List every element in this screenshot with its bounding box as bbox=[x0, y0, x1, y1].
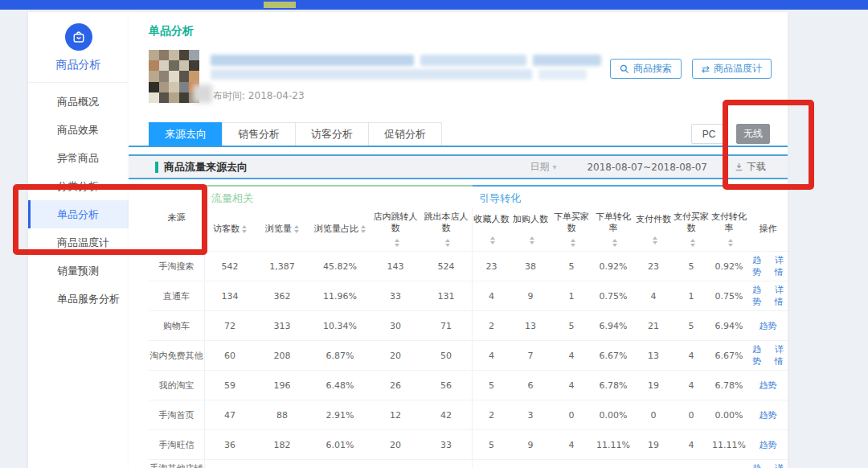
product-analysis-icon bbox=[65, 23, 92, 51]
table-header: 来源流量相关引导转化访客数浏览量浏览量占比店内跳转人数跳出本店人数收藏人数加购人… bbox=[149, 185, 788, 251]
trend-link[interactable]: 趋势 bbox=[760, 439, 777, 451]
tab-sales-analysis[interactable]: 销售分析 bbox=[222, 122, 296, 146]
sort-icon[interactable] bbox=[653, 236, 657, 244]
detail-link[interactable]: 详情 bbox=[771, 462, 788, 468]
value-cell: 0.00% bbox=[592, 400, 634, 429]
sidebar-item-product-overview[interactable]: 商品概况 bbox=[28, 88, 129, 116]
source-cell: 手淘首页 bbox=[149, 400, 205, 429]
column-label: 浏览量 bbox=[265, 224, 292, 236]
sort-icon[interactable] bbox=[728, 239, 733, 247]
sidebar-logo-label: 商品分析 bbox=[28, 58, 129, 72]
value-cell: 4 bbox=[551, 430, 592, 459]
sort-down-icon bbox=[294, 230, 299, 233]
download-button[interactable]: 下载 bbox=[735, 160, 766, 174]
swap-icon: ⇄ bbox=[702, 64, 710, 74]
value-cell: 0.00% bbox=[710, 400, 748, 429]
sort-down-icon bbox=[571, 244, 575, 247]
column-header[interactable]: 支付件数 bbox=[634, 207, 673, 251]
trend-link[interactable]: 趋势 bbox=[760, 380, 777, 392]
column-header[interactable]: 跳出本店人数 bbox=[420, 207, 473, 251]
column-label: 跳出本店人数 bbox=[421, 211, 471, 236]
value-cell: 0 bbox=[673, 400, 710, 429]
column-header[interactable]: 下单买家数 bbox=[551, 207, 592, 251]
column-header[interactable]: 浏览量 bbox=[255, 207, 309, 251]
trend-link[interactable]: 趋势 bbox=[748, 343, 766, 367]
sort-down-icon bbox=[612, 244, 617, 247]
tab-source-destination[interactable]: 来源去向 bbox=[149, 122, 223, 146]
trend-link[interactable]: 趋势 bbox=[748, 254, 766, 278]
tab-underline bbox=[129, 146, 788, 147]
column-header[interactable]: 支付转化率 bbox=[710, 207, 748, 251]
sort-icon[interactable] bbox=[690, 239, 695, 247]
sidebar-item-single-item-service-analysis[interactable]: 单品服务分析 bbox=[28, 285, 129, 313]
value-cell: 6.87% bbox=[309, 341, 371, 370]
actions-cell: 趋势详情 bbox=[748, 252, 788, 281]
detail-link[interactable]: 详情 bbox=[771, 254, 788, 278]
sidebar-item-sales-forecast[interactable]: 销量预测 bbox=[28, 257, 129, 285]
value-cell: 71 bbox=[420, 311, 473, 340]
sort-down-icon bbox=[490, 241, 495, 244]
sort-down-icon bbox=[361, 230, 366, 233]
value-cell: 11.11% bbox=[710, 430, 748, 459]
sort-icon[interactable] bbox=[294, 225, 299, 233]
sort-icon[interactable] bbox=[490, 236, 495, 244]
date-filter-dropdown[interactable]: 日期 ▾ bbox=[530, 160, 556, 174]
column-header[interactable]: 支付买家数 bbox=[673, 207, 710, 251]
source-cell: 我的淘宝 bbox=[149, 371, 205, 400]
column-header[interactable]: 店内跳转人数 bbox=[371, 207, 420, 251]
sidebar: 商品分析 商品概况商品效果异常商品分类分析单品分析商品温度计销量预测单品服务分析 bbox=[28, 12, 129, 468]
product-thermometer-button[interactable]: ⇄ 商品温度计 bbox=[692, 59, 772, 79]
value-cell: 20 bbox=[371, 341, 420, 370]
table-row: 我的淘宝591966.48%26565646.78%1946.78%趋势 bbox=[149, 370, 788, 400]
value-cell: 4 bbox=[673, 430, 710, 459]
column-header[interactable]: 浏览量占比 bbox=[309, 207, 371, 251]
date-range-picker[interactable]: 2018-08-07~2018-08-07 bbox=[587, 162, 707, 173]
value-cell: 11.11% bbox=[592, 430, 634, 459]
sort-up-icon bbox=[571, 239, 575, 242]
detail-link[interactable]: 详情 bbox=[771, 284, 788, 308]
actions-cell: 趋势 bbox=[748, 311, 788, 340]
column-header[interactable]: 下单转化率 bbox=[592, 207, 634, 251]
sidebar-item-category-analysis[interactable]: 分类分析 bbox=[28, 172, 129, 200]
column-label: 浏览量占比 bbox=[314, 224, 358, 236]
trend-link[interactable]: 趋势 bbox=[760, 320, 777, 332]
redacted-title-segment bbox=[420, 55, 526, 66]
value-cell: 9 bbox=[510, 281, 551, 310]
sort-up-icon bbox=[242, 225, 247, 228]
value-cell: 19 bbox=[634, 371, 673, 400]
value-cell: 45.82% bbox=[309, 252, 371, 281]
detail-link[interactable]: 详情 bbox=[771, 343, 788, 367]
column-header[interactable]: 加购人数 bbox=[510, 207, 551, 251]
pc-toggle-button[interactable]: PC bbox=[691, 124, 727, 144]
trend-link[interactable]: 趋势 bbox=[760, 409, 777, 421]
trend-link[interactable]: 趋势 bbox=[748, 284, 766, 308]
column-header[interactable]: 收藏人数 bbox=[473, 207, 510, 251]
tab-promotion-analysis[interactable]: 促销分析 bbox=[368, 122, 442, 146]
column-header-source: 来源 bbox=[149, 185, 205, 251]
sort-icon[interactable] bbox=[242, 225, 247, 233]
sidebar-item-single-item-analysis[interactable]: 单品分析 bbox=[28, 200, 129, 228]
sort-icon[interactable] bbox=[395, 239, 399, 247]
value-cell: 47 bbox=[205, 400, 255, 429]
trend-link[interactable]: 趋势 bbox=[748, 462, 766, 468]
value-cell: 2.91% bbox=[309, 460, 371, 468]
date-filter-label: 日期 bbox=[530, 160, 549, 174]
value-cell: 6.94% bbox=[592, 311, 634, 340]
sort-icon[interactable] bbox=[571, 239, 575, 247]
value-cell: 6.67% bbox=[592, 341, 634, 370]
sidebar-item-abnormal-products[interactable]: 异常商品 bbox=[28, 144, 129, 172]
column-group-traffic: 流量相关 bbox=[205, 185, 473, 207]
wireless-toggle-button[interactable]: 无线 bbox=[736, 124, 770, 144]
column-header[interactable]: 访客数 bbox=[205, 207, 255, 251]
value-cell: 13 bbox=[634, 341, 673, 370]
sidebar-item-product-thermometer[interactable]: 商品温度计 bbox=[28, 228, 129, 257]
value-cell: 5 bbox=[551, 252, 592, 281]
sort-icon[interactable] bbox=[361, 225, 366, 233]
sort-icon[interactable] bbox=[612, 239, 617, 247]
tab-visitor-analysis[interactable]: 访客分析 bbox=[295, 122, 369, 146]
sort-icon[interactable] bbox=[530, 236, 534, 244]
value-cell: 36 bbox=[205, 430, 255, 459]
value-cell: 5 bbox=[673, 252, 710, 281]
sort-icon[interactable] bbox=[445, 239, 450, 247]
sidebar-item-product-effect[interactable]: 商品效果 bbox=[28, 116, 129, 144]
